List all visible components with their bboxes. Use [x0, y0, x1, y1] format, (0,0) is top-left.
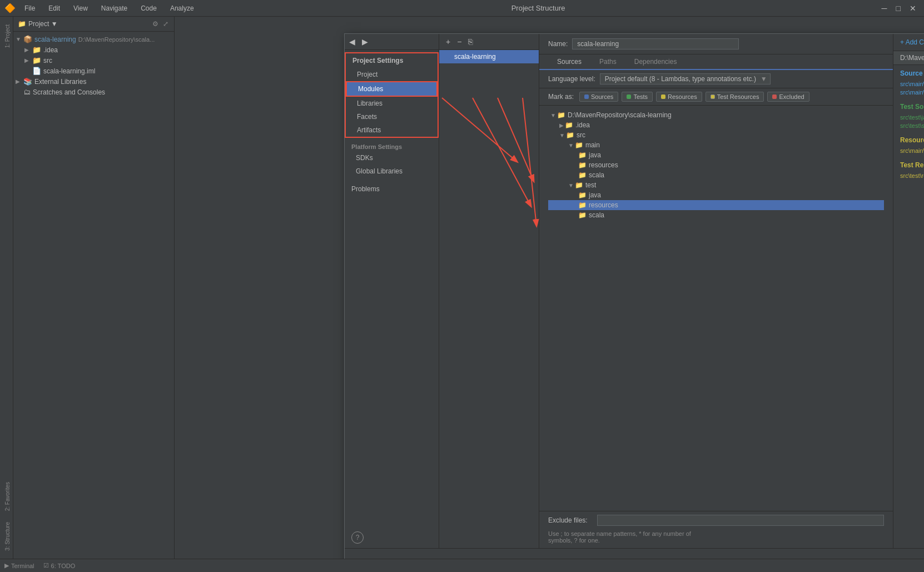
menu-file[interactable]: File — [20, 3, 39, 13]
file-tree-main-scala[interactable]: 📁 scala — [548, 170, 884, 180]
bottom-bar: OK Cancel Apply — [345, 548, 924, 559]
language-level-select[interactable]: Project default (8 - Lambdas, type annot… — [600, 73, 771, 84]
tree-item-scratches[interactable]: 🗂 Scratches and Consoles — [13, 87, 174, 97]
module-label: scala-learning — [454, 53, 496, 61]
tab-project[interactable]: 1: Project — [0, 19, 13, 53]
resource-folders-title: Resource Folders — [900, 136, 924, 144]
tree-arrow-idea: ▶ — [24, 47, 32, 53]
file-tree-test[interactable]: ▼ 📁 test — [548, 180, 884, 190]
nav-item-modules[interactable]: Modules — [346, 81, 438, 97]
sources-dot — [584, 94, 589, 99]
file-tree-src[interactable]: ▼ 📁 src — [548, 130, 884, 140]
nav-item-project[interactable]: Project — [346, 68, 438, 81]
mark-resources-button[interactable]: Resources — [656, 92, 702, 102]
nav-item-global-libraries[interactable]: Global Libraries — [345, 165, 439, 178]
title-bar: 🔶 File Edit View Navigate Code Analyze P… — [0, 0, 924, 17]
file-tree-root[interactable]: ▼ 📁 D:\MavenRepository\scala-learning — [548, 110, 884, 120]
file-tree-main-java[interactable]: 📁 java — [548, 150, 884, 160]
mark-test-resources-button[interactable]: Test Resources — [706, 92, 764, 102]
help-button[interactable]: ? — [351, 531, 364, 544]
name-input[interactable] — [572, 38, 739, 49]
nav-item-libraries[interactable]: Libraries — [346, 97, 438, 110]
source-folders-section: Source Folders src\main\java ✎ ✕ src\mai… — [893, 65, 924, 98]
test-source-scala-path: src\test\scala — [900, 122, 924, 129]
platform-settings-label: Platform Settings — [351, 143, 402, 150]
title-bar-right: ─ □ ✕ — [878, 3, 920, 14]
menu-analyze[interactable]: Analyze — [166, 3, 198, 13]
project-dropdown-button[interactable]: 📁 Project ▼ — [18, 20, 58, 28]
language-level-select-wrapper: Project default (8 - Lambdas, type annot… — [600, 73, 771, 84]
minimize-button[interactable]: ─ — [878, 3, 891, 14]
tab-favorites[interactable]: 2: Favorites — [0, 476, 13, 516]
menu-navigate[interactable]: Navigate — [97, 3, 132, 13]
nav-label-libraries: Libraries — [357, 100, 382, 107]
add-module-button[interactable]: + — [444, 36, 453, 47]
file-tree-idea[interactable]: ▶ 📁 .idea — [548, 120, 884, 130]
close-button[interactable]: ✕ — [906, 3, 920, 14]
project-icon: 📁 — [18, 20, 26, 28]
tree-item-root[interactable]: ▼ 📦 scala-learning D:\MavenRepository\sc… — [13, 34, 174, 44]
source-folder-java-path: src\main\java — [900, 81, 924, 87]
file-tree-main[interactable]: ▼ 📁 main — [548, 140, 884, 150]
dialog-title-label: Project Structure — [511, 4, 565, 12]
nav-item-sdks[interactable]: SDKs — [345, 151, 439, 165]
tab-paths[interactable]: Paths — [590, 54, 625, 70]
test-folder-icon: 📁 — [575, 181, 583, 189]
source-folders-title: Source Folders — [900, 69, 924, 77]
root-arrow-icon: ▼ — [550, 112, 556, 118]
copy-module-button[interactable]: ⎘ — [466, 36, 475, 47]
project-settings-label: Project Settings — [352, 57, 403, 64]
resource-folder-main-path: src\main\resources — [900, 147, 924, 154]
mark-sources-button[interactable]: Sources — [579, 92, 618, 102]
file-tree-test-scala[interactable]: 📁 scala — [548, 210, 884, 220]
tab-structure[interactable]: 3: Structure — [0, 516, 13, 556]
dialog-nav-toolbar: ◀ ▶ — [345, 34, 439, 50]
scratches-icon: 🗂 — [23, 88, 31, 96]
language-level-row: Language level: Project default (8 - Lam… — [539, 70, 893, 88]
test-arrow-icon: ▼ — [568, 182, 574, 188]
test-source-folder-scala: src\test\scala ✎ ✕ — [900, 121, 924, 130]
nav-forward-button[interactable]: ▶ — [360, 36, 370, 47]
maximize-button[interactable]: □ — [893, 3, 904, 14]
nav-item-problems[interactable]: Problems — [345, 182, 439, 196]
expand-icon[interactable]: ⤢ — [162, 19, 170, 29]
module-item-scala[interactable]: ◆ scala-learning — [439, 50, 539, 63]
project-settings-section: Project Settings Project Modules Librari… — [345, 52, 439, 138]
nav-item-facets[interactable]: Facets — [346, 110, 438, 123]
test-scala-label: scala — [589, 211, 604, 219]
mark-tests-button[interactable]: Tests — [622, 92, 653, 102]
mark-tests-label: Tests — [633, 93, 648, 100]
nav-back-button[interactable]: ◀ — [347, 36, 357, 47]
remove-module-button[interactable]: − — [455, 36, 464, 47]
mark-excluded-button[interactable]: Excluded — [767, 92, 809, 102]
status-bar: ▶ Terminal ☑ 6: TODO — [0, 559, 924, 572]
tabs-bar: Sources Paths Dependencies — [539, 54, 893, 70]
tree-item-src[interactable]: ▶ 📁 src — [13, 55, 174, 66]
folder-icon-src: 📁 — [32, 56, 41, 64]
file-tree-test-resources[interactable]: 📁 resources — [548, 200, 884, 210]
tree-item-external[interactable]: ▶ 📚 External Libraries — [13, 76, 174, 87]
panel-actions: ⚙ ⤢ — [151, 19, 170, 29]
tab-sources[interactable]: Sources — [548, 54, 590, 70]
nav-item-artifacts[interactable]: Artifacts — [346, 123, 438, 137]
status-todo[interactable]: ☑ 6: TODO — [43, 562, 76, 569]
nav-label-sdks: SDKs — [356, 154, 373, 162]
language-level-label: Language level: — [548, 75, 595, 83]
exclude-input[interactable] — [597, 515, 884, 526]
status-terminal[interactable]: ▶ Terminal — [4, 562, 34, 569]
title-bar-left: 🔶 File Edit View Navigate Code Analyze — [4, 3, 198, 13]
tree-item-idea[interactable]: ▶ 📁 .idea — [13, 44, 174, 55]
tree-arrow: ▼ — [16, 36, 23, 42]
add-content-root-button[interactable]: + Add Content Root — [900, 38, 924, 46]
tab-dependencies[interactable]: Dependencies — [625, 54, 686, 70]
name-row: Name: — [539, 34, 893, 54]
settings-gear-icon[interactable]: ⚙ — [151, 19, 160, 29]
menu-view[interactable]: View — [69, 3, 92, 13]
tree-item-iml[interactable]: 📄 scala-learning.iml — [13, 66, 174, 76]
module-icon-small: ◆ — [446, 53, 451, 61]
file-tree-main-resources[interactable]: 📁 resources — [548, 160, 884, 170]
file-tree-test-java[interactable]: 📁 java — [548, 190, 884, 200]
menu-edit[interactable]: Edit — [44, 3, 64, 13]
test-source-folder-java: src\test\java ✎ ✕ — [900, 113, 924, 121]
menu-code[interactable]: Code — [136, 3, 161, 13]
